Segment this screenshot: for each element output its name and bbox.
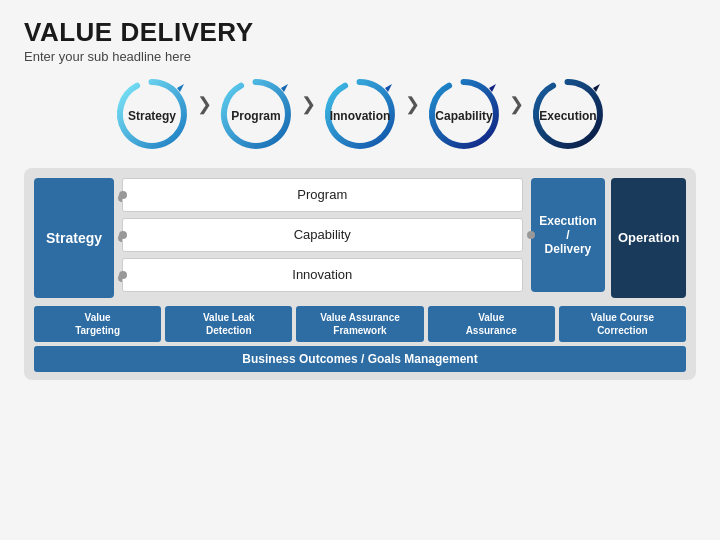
tag-value-assurance-framework: Value Assurance Framework — [296, 306, 423, 342]
row-program: Program — [122, 178, 523, 212]
operation-label: Operation — [618, 230, 679, 245]
title: VALUE DELIVERY — [24, 18, 696, 47]
tag-label-3: Value Assurance — [466, 312, 517, 336]
circle-innovation: Innovation — [315, 74, 405, 154]
outcomes-label: Business Outcomes / Goals Management — [242, 352, 477, 366]
row-program-label: Program — [297, 187, 347, 202]
tag-value-course: Value Course Correction — [559, 306, 686, 342]
circle-item-capability: Capability — [419, 74, 509, 154]
circle-item-program: Program — [211, 74, 301, 154]
tag-value-assurance: Value Assurance — [428, 306, 555, 342]
circles-row: Strategy ❯ Program ❯ — [24, 74, 696, 154]
circle-execution: Execution — [523, 74, 613, 154]
strategy-box: Strategy — [34, 178, 114, 298]
circle-item-innovation: Innovation — [315, 74, 405, 154]
tag-label-4: Value Course Correction — [591, 312, 654, 336]
circle-strategy: Strategy — [107, 74, 197, 154]
subtitle: Enter your sub headline here — [24, 49, 696, 64]
execution-label: Execution / Delivery — [537, 214, 600, 256]
row-capability-label: Capability — [294, 227, 351, 242]
diagram-section: Strategy Program Capability Innovation — [24, 168, 696, 380]
tag-value-targeting: Value Targeting — [34, 306, 161, 342]
tag-label-0: Value Targeting — [75, 312, 120, 336]
slide: VALUE DELIVERY Enter your sub headline h… — [0, 0, 720, 540]
tag-value-leak: Value Leak Detection — [165, 306, 292, 342]
right-col: Execution / Delivery Operation — [531, 178, 686, 298]
tags-row: Value Targeting Value Leak Detection Val… — [34, 306, 686, 342]
circle-item-execution: Execution — [523, 74, 613, 154]
row-innovation: Innovation — [122, 258, 523, 292]
row-innovation-label: Innovation — [292, 267, 352, 282]
circle-capability: Capability — [419, 74, 509, 154]
circle-label-execution: Execution — [533, 108, 603, 122]
circle-label-program: Program — [221, 108, 291, 122]
outcomes-bar: Business Outcomes / Goals Management — [34, 346, 686, 372]
tag-label-1: Value Leak Detection — [203, 312, 255, 336]
middle-area: Program Capability Innovation — [122, 178, 523, 298]
tag-label-2: Value Assurance Framework — [320, 312, 400, 336]
strategy-wrapper: Strategy — [34, 178, 122, 298]
row-capability: Capability — [122, 218, 523, 252]
operation-box: Operation — [611, 178, 686, 298]
execution-box: Execution / Delivery — [531, 178, 606, 292]
diagram-inner: Strategy Program Capability Innovation — [34, 178, 686, 298]
circle-program: Program — [211, 74, 301, 154]
circle-label-strategy: Strategy — [117, 108, 187, 122]
circle-label-capability: Capability — [429, 108, 499, 122]
strategy-label: Strategy — [46, 230, 102, 246]
circle-item-strategy: Strategy — [107, 74, 197, 154]
circle-label-innovation: Innovation — [325, 108, 395, 122]
